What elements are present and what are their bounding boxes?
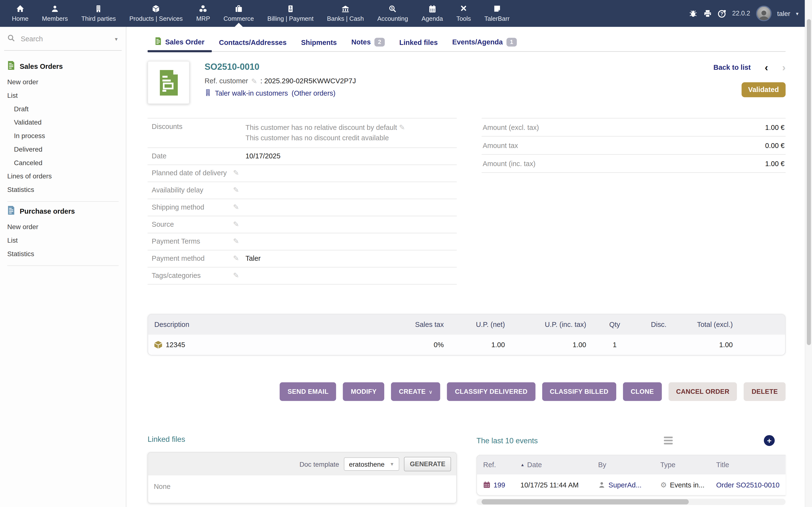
edit-pencil-icon[interactable]: ✎ xyxy=(233,169,245,176)
previous-record-icon[interactable]: ‹ xyxy=(765,62,768,72)
edit-pencil-icon[interactable]: ✎ xyxy=(233,220,245,228)
sidebar-item-lines-of-orders[interactable]: Lines of orders xyxy=(7,169,126,183)
sidebar-item-statistics[interactable]: Statistics xyxy=(7,182,126,196)
col-type[interactable]: Type xyxy=(660,461,716,469)
other-orders-link[interactable]: (Other orders) xyxy=(292,90,336,97)
generate-button[interactable]: GENERATE xyxy=(404,457,451,471)
edit-pencil-icon[interactable]: ✎ xyxy=(233,186,245,193)
event-user-link[interactable]: SuperAd... xyxy=(609,481,642,489)
sales-orders-section-header: Sales Orders xyxy=(7,61,126,71)
modify-button[interactable]: MODIFY xyxy=(343,382,385,401)
event-title-link[interactable]: Order SO2510-0010 validate xyxy=(716,481,779,489)
avatar[interactable] xyxy=(756,6,771,21)
nav-item-products-services[interactable]: Products | Services xyxy=(122,0,190,27)
sidebar-item-po-list[interactable]: List xyxy=(7,233,126,247)
edit-pencil-icon[interactable]: ✎ xyxy=(399,123,405,131)
nav-item-banks-cash[interactable]: Banks | Cash xyxy=(320,0,370,27)
nav-item-accounting[interactable]: $ Accounting xyxy=(370,0,415,27)
sidebar-item-validated[interactable]: Validated xyxy=(7,115,126,129)
amount-value: 0.00 € xyxy=(765,142,784,149)
field-label: Discounts xyxy=(152,123,233,130)
chevron-down-icon[interactable]: ▾ xyxy=(796,11,799,16)
event-ref-link[interactable]: 199 xyxy=(494,481,505,489)
classify-billed-button[interactable]: CLASSIFY BILLED xyxy=(542,382,616,401)
line-sales-tax: 0% xyxy=(382,341,444,349)
events-table: Ref. ▲ Date By Type Title 199 xyxy=(476,455,785,496)
nav-item-mrp[interactable]: MRP xyxy=(190,0,217,27)
nav-item-billing-payment[interactable]: $ Billing | Payment xyxy=(260,0,320,27)
nav-item-home[interactable]: Home xyxy=(5,0,35,27)
sidebar-item-canceled[interactable]: Canceled xyxy=(7,156,126,169)
tab-contacts-addresses[interactable]: Contacts/Addresses xyxy=(212,39,294,51)
sidebar-divider xyxy=(7,201,119,202)
doc-template-label: Doc template xyxy=(299,460,339,468)
col-by[interactable]: By xyxy=(598,461,660,469)
delete-button[interactable]: DELETE xyxy=(744,382,785,401)
nav-item-talerbarr[interactable]: TalerBarr xyxy=(477,0,516,27)
tab-shipments[interactable]: Shipments xyxy=(294,39,344,51)
hscrollbar-thumb[interactable] xyxy=(481,499,689,504)
nav-item-label: Billing | Payment xyxy=(267,15,313,22)
bug-report-icon[interactable] xyxy=(689,9,698,18)
detail-columns: Discounts This customer has no relative … xyxy=(148,118,785,285)
company-link[interactable]: Taler walk-in customers xyxy=(215,90,288,97)
edit-pencil-icon[interactable]: ✎ xyxy=(233,272,245,279)
nav-item-agenda[interactable]: Agenda xyxy=(415,0,450,27)
tab-sales-order[interactable]: Sales Order xyxy=(148,37,212,51)
field-row-payment-terms: Payment Terms ✎ xyxy=(148,233,457,250)
nav-item-members[interactable]: Members xyxy=(35,0,75,27)
events-hscrollbar[interactable] xyxy=(476,499,785,505)
back-to-list-link[interactable]: Back to list xyxy=(713,63,751,71)
nav-item-third-parties[interactable]: Third parties xyxy=(75,0,123,27)
sidebar-item-new-order[interactable]: New order xyxy=(7,75,126,89)
events-header-row: The last 10 events + xyxy=(476,435,785,446)
gear-icon: ⚙ xyxy=(660,481,667,489)
edit-pencil-icon[interactable]: ✎ xyxy=(233,237,245,245)
username-label[interactable]: taler xyxy=(777,10,790,17)
tab-bar: Sales Order Contacts/Addresses Shipments… xyxy=(148,36,785,52)
col-ref[interactable]: Ref. xyxy=(483,461,520,469)
send-email-button[interactable]: SEND EMAIL xyxy=(280,382,337,401)
clone-button[interactable]: CLONE xyxy=(623,382,662,401)
search-input[interactable] xyxy=(19,35,97,44)
sidebar-item-po-new-order[interactable]: New order xyxy=(7,220,126,233)
svg-text:$: $ xyxy=(290,6,291,9)
edit-pencil-icon[interactable]: ✎ xyxy=(251,77,257,84)
events-panel: The last 10 events + Ref. ▲ Date By Type… xyxy=(476,435,785,507)
product-link[interactable]: 12345 xyxy=(166,341,185,349)
nav-item-commerce[interactable]: Commerce xyxy=(217,0,260,27)
page-vscrollbar[interactable] xyxy=(805,0,812,507)
col-title[interactable]: Title xyxy=(716,461,779,469)
sidebar-item-po-statistics[interactable]: Statistics xyxy=(7,247,126,260)
col-date[interactable]: ▲ Date xyxy=(520,461,598,469)
edit-pencil-icon[interactable]: ✎ xyxy=(233,203,245,211)
tab-linked-files[interactable]: Linked files xyxy=(392,39,445,51)
add-event-icon[interactable]: + xyxy=(764,435,775,446)
sidebar-item-in-process[interactable]: In process xyxy=(7,129,126,143)
doc-template-select[interactable]: eratosthene ▼ xyxy=(344,457,400,471)
sidebar-item-delivered[interactable]: Delivered xyxy=(7,142,126,156)
classify-delivered-button[interactable]: CLASSIFY DELIVERED xyxy=(447,382,535,401)
create-dropdown-button[interactable]: CREATE∨ xyxy=(391,382,440,401)
nav-item-label: Tools xyxy=(457,15,471,22)
events-count-badge: 1 xyxy=(506,38,517,47)
field-row-source: Source ✎ xyxy=(148,216,457,233)
print-icon[interactable] xyxy=(703,9,712,18)
tab-events-agenda[interactable]: Events/Agenda 1 xyxy=(445,38,524,51)
vscrollbar-thumb[interactable] xyxy=(807,19,811,345)
event-ref: 199 xyxy=(483,481,520,489)
search-caret-icon[interactable]: ▼ xyxy=(114,37,119,42)
company-building-icon xyxy=(204,89,211,98)
nav-item-tools[interactable]: Tools xyxy=(450,0,478,27)
building-icon xyxy=(95,5,103,13)
tab-notes[interactable]: Notes 2 xyxy=(344,38,392,51)
help-icon[interactable]: ? xyxy=(718,9,726,18)
edit-pencil-icon[interactable]: ✎ xyxy=(233,255,245,262)
cancel-order-button[interactable]: CANCEL ORDER xyxy=(668,382,737,401)
field-row-tags: Tags/categories ✎ xyxy=(148,268,457,285)
sidebar-item-list[interactable]: List xyxy=(7,89,126,102)
linked-files-empty: None xyxy=(148,475,456,503)
tab-label: Sales Order xyxy=(165,38,204,46)
sidebar-item-draft[interactable]: Draft xyxy=(7,102,126,115)
list-view-icon[interactable] xyxy=(664,437,672,445)
